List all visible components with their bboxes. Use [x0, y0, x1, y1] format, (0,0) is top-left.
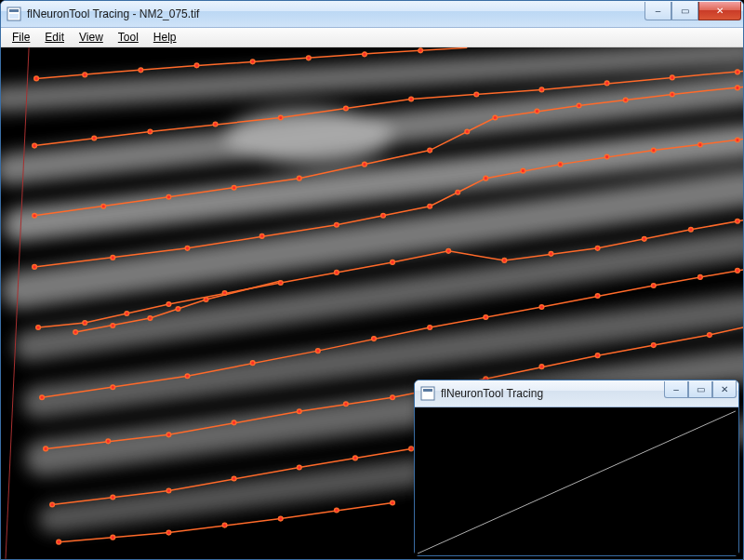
svg-point-23: [736, 70, 740, 74]
svg-point-102: [232, 476, 236, 481]
svg-rect-116: [423, 389, 432, 392]
svg-point-49: [604, 154, 609, 159]
svg-point-77: [316, 349, 321, 353]
svg-point-25: [101, 204, 106, 208]
svg-line-117: [418, 411, 736, 553]
svg-point-61: [446, 249, 451, 254]
menu-help[interactable]: Help: [146, 29, 184, 46]
sub-maximize-button[interactable]: ▭: [688, 381, 712, 398]
svg-point-46: [484, 176, 488, 180]
svg-point-62: [502, 259, 507, 263]
svg-point-47: [521, 168, 525, 173]
svg-point-55: [125, 312, 129, 316]
svg-point-105: [409, 447, 414, 451]
menu-view-label: View: [79, 31, 103, 44]
sub-canvas[interactable]: [415, 407, 738, 555]
svg-point-113: [335, 508, 339, 513]
svg-point-82: [595, 294, 600, 299]
menu-tool[interactable]: Tool: [111, 29, 146, 46]
titlebar[interactable]: flNeuronTool Tracing - NM2_075.tif – ▭ ✕: [1, 1, 743, 28]
svg-point-112: [278, 516, 283, 521]
svg-point-59: [335, 271, 339, 275]
svg-point-110: [166, 530, 171, 535]
svg-point-76: [250, 361, 255, 366]
svg-point-72: [204, 298, 208, 302]
svg-point-35: [623, 98, 628, 102]
svg-point-21: [604, 81, 609, 86]
menu-edit-label: Edit: [45, 31, 64, 44]
svg-point-30: [428, 148, 432, 153]
svg-point-18: [409, 97, 414, 101]
svg-point-97: [651, 343, 656, 348]
sub-window[interactable]: flNeuronTool Tracing – ▭ ✕: [414, 380, 739, 556]
app-icon: [7, 7, 21, 21]
svg-point-79: [428, 326, 432, 330]
maximize-button[interactable]: ▭: [671, 2, 698, 20]
svg-point-36: [671, 92, 675, 97]
menu-tool-label: Tool: [118, 31, 139, 44]
svg-point-74: [111, 385, 115, 390]
svg-point-16: [278, 115, 283, 120]
svg-point-52: [736, 138, 740, 142]
svg-point-68: [73, 330, 78, 335]
svg-point-4: [34, 76, 39, 81]
svg-point-38: [33, 265, 37, 270]
svg-point-41: [259, 234, 264, 239]
svg-point-51: [698, 142, 703, 147]
svg-point-32: [493, 115, 498, 120]
svg-point-9: [307, 56, 312, 60]
svg-point-54: [83, 321, 87, 326]
svg-rect-1: [9, 9, 19, 12]
sub-titlebar[interactable]: flNeuronTool Tracing – ▭ ✕: [415, 380, 738, 407]
svg-point-69: [111, 324, 115, 328]
menu-edit[interactable]: Edit: [37, 29, 72, 46]
svg-point-83: [651, 284, 656, 288]
svg-point-103: [297, 465, 301, 470]
svg-point-13: [92, 136, 97, 140]
svg-point-40: [185, 247, 190, 251]
svg-point-65: [642, 237, 646, 242]
svg-point-10: [363, 52, 367, 57]
svg-rect-2: [9, 14, 19, 19]
svg-point-98: [708, 333, 712, 338]
menu-file[interactable]: File: [5, 29, 37, 46]
svg-point-45: [456, 190, 460, 194]
svg-point-84: [698, 275, 703, 280]
svg-point-37: [736, 86, 740, 90]
menu-view[interactable]: View: [72, 29, 111, 46]
svg-point-12: [33, 143, 37, 148]
svg-point-14: [148, 129, 153, 134]
sub-minimize-button[interactable]: –: [664, 381, 688, 398]
svg-point-24: [33, 213, 37, 218]
minimize-button[interactable]: –: [644, 2, 671, 20]
window-controls: – ▭ ✕: [644, 2, 741, 20]
svg-point-60: [391, 260, 395, 265]
window-title: flNeuronTool Tracing - NM2_075.tif: [27, 7, 639, 20]
svg-point-101: [166, 488, 171, 493]
menubar: File Edit View Tool Help: [1, 28, 743, 47]
svg-point-17: [344, 106, 349, 111]
sub-window-title: flNeuronTool Tracing: [441, 387, 658, 400]
sub-close-button[interactable]: ✕: [712, 381, 737, 398]
svg-point-85: [736, 269, 740, 273]
svg-point-6: [139, 68, 143, 73]
svg-point-114: [391, 500, 395, 505]
svg-point-96: [595, 353, 600, 358]
svg-point-100: [111, 495, 115, 500]
svg-point-64: [595, 247, 600, 251]
svg-point-5: [83, 73, 87, 77]
svg-point-44: [428, 204, 432, 208]
close-button[interactable]: ✕: [698, 2, 741, 20]
svg-point-90: [297, 409, 301, 414]
svg-point-63: [549, 252, 553, 257]
svg-point-27: [232, 185, 236, 190]
svg-point-75: [185, 374, 190, 379]
svg-point-8: [250, 60, 255, 64]
svg-point-28: [297, 176, 301, 180]
svg-point-81: [539, 305, 544, 310]
svg-point-104: [353, 456, 358, 460]
svg-point-92: [391, 395, 395, 400]
menu-file-label: File: [12, 31, 30, 44]
svg-point-80: [484, 315, 488, 320]
svg-point-3: [225, 108, 392, 164]
